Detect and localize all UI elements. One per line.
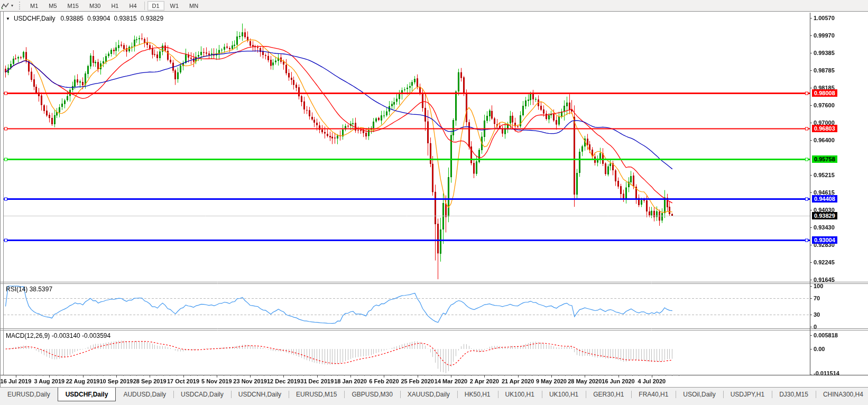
date-axis-label: 12 Dec 2019 [267, 378, 300, 384]
timeframe-button-mn[interactable]: MN [184, 1, 203, 11]
date-axis-label: 16 Jul 2019 [1, 378, 32, 384]
price-axis-tick: 0.99970 [814, 32, 835, 39]
rsi-name: RSI(14) [6, 286, 27, 293]
date-axis-label: 2 Apr 2020 [470, 378, 499, 384]
chart-tab-usdjpy-h1[interactable]: USDJPY,H1 [723, 388, 772, 401]
price-line-badge: 0.96803 [812, 125, 837, 132]
price-axis-tick: 0.98785 [814, 67, 835, 73]
timeframe-button-h4[interactable]: H4 [124, 1, 141, 11]
date-axis-label: 31 Dec 2019 [300, 378, 334, 384]
date-axis-label: 5 Nov 2019 [201, 378, 232, 384]
macd-name: MACD(12,26,9) [6, 332, 50, 339]
chart-tab-xauusd-daily[interactable]: XAUUSD,Daily [400, 388, 457, 401]
timeframe-button-d1[interactable]: D1 [147, 1, 164, 11]
price-axis-tick: 0.96400 [814, 137, 835, 143]
price-line-badge: 0.95758 [812, 155, 837, 163]
rsi-scale-tick: 30 [814, 311, 820, 318]
chart-tab-usdcad-daily[interactable]: USDCAD,Daily [173, 388, 231, 401]
chart-tab-ger30-h1[interactable]: GER30,H1 [586, 388, 631, 401]
chart-header: ▼USDCHF,Daily0.938850.939040.938150.9382… [6, 15, 167, 22]
macd-label: MACD(12,26,9) -0.003140 -0.003594 [6, 332, 110, 339]
chart-tab-gbpusd-m30[interactable]: GBPUSD,M30 [344, 388, 400, 401]
chart-tab-usdcnh-daily[interactable]: USDCNH,Daily [231, 388, 289, 401]
chart-tab-hk50-h1[interactable]: HK50,H1 [457, 388, 498, 401]
date-axis-label: 28 Sep 2019 [133, 378, 167, 384]
date-axis-label: 6 Feb 2020 [369, 378, 399, 384]
price-line-badge: 0.93004 [812, 236, 837, 244]
chart-tabs: EURUSD,DailyUSDCHF,DailyAUDUSD,DailyUSDC… [0, 388, 868, 405]
rsi-scale-tick: 100 [814, 283, 823, 289]
chart-tab-eurusd-m15[interactable]: EURUSD,M15 [289, 388, 344, 401]
date-axis-label: 3 Aug 2019 [34, 378, 64, 384]
date-axis-label: 22 Aug 2019 [66, 378, 100, 384]
chart-tab-china300-h4[interactable]: CHINA300,H4 [816, 388, 868, 401]
rsi-label: RSI(14) 38.5397 [6, 286, 52, 293]
timeframe-button-m5[interactable]: M5 [44, 1, 61, 11]
price-line-badge: 0.98008 [812, 89, 837, 97]
price-axis-tick: 0.93430 [814, 224, 835, 231]
rsi-scale-tick: 70 [814, 295, 820, 301]
date-axis-label: 16 Jun 2020 [602, 378, 634, 384]
macd-main-value: -0.003140 [52, 332, 80, 339]
date-axis-label: 18 Jan 2020 [334, 378, 367, 384]
date-axis-label: 21 Apr 2020 [502, 378, 534, 384]
timeframe-button-h1[interactable]: H1 [106, 1, 123, 11]
current-price-badge: 0.93829 [812, 212, 837, 219]
date-axis-label: 4 Jul 2020 [638, 378, 666, 384]
date-axis-label: 9 May 2020 [536, 378, 567, 384]
date-axis-label: 17 Oct 2019 [167, 378, 199, 384]
chart-symbol-title: USDCHF,Daily [14, 15, 56, 22]
chart-tab-uk100-h1[interactable]: UK100,H1 [498, 388, 542, 401]
rsi-scale-tick: 0 [814, 324, 817, 330]
chart-collapse-icon[interactable]: ▼ [6, 16, 10, 21]
chart-tab-fra40-h1[interactable]: FRA40,H1 [631, 388, 676, 401]
ohlc-low: 0.93815 [114, 15, 136, 22]
chart-tab-bar: EURUSD,DailyUSDCHF,DailyAUDUSD,DailyUSDC… [0, 387, 868, 405]
macd-signal-value: -0.003594 [82, 332, 110, 339]
toolbar-grip[interactable] [19, 2, 22, 10]
timeframe-button-m1[interactable]: M1 [25, 1, 43, 11]
ohlc-open: 0.93885 [61, 15, 84, 22]
price-axis-tick: 0.99385 [814, 50, 835, 56]
date-axis-label: 23 Nov 2019 [233, 378, 267, 384]
price-axis-tick: 0.97600 [814, 102, 835, 108]
ohlc-high: 0.93904 [87, 15, 110, 22]
price-axis-tick: 0.95215 [814, 172, 835, 178]
macd-scale-tick: 0.005818 [814, 332, 838, 338]
macd-scale-tick: -0.011514 [814, 370, 839, 376]
toolbar-separator [144, 2, 145, 10]
date-axis-label: 25 Feb 2020 [401, 378, 434, 384]
price-axis-tick: 1.00570 [814, 15, 835, 21]
chart-window: ▼USDCHF,Daily0.938850.939040.938150.9382… [0, 11, 868, 387]
date-axis-label: 14 Mar 2020 [435, 378, 467, 384]
price-axis-tick: 0.92245 [814, 259, 835, 265]
mt4-application: ▾ M1M5M15M30H1H4D1W1MN ▼USDCHF,Daily0.93… [0, 0, 868, 405]
macd-scale-tick: 0.00 [814, 346, 825, 352]
timeframe-button-m15[interactable]: M15 [63, 1, 84, 11]
price-line-badge: 0.94408 [812, 195, 837, 202]
timeframe-buttons: M1M5M15M30H1H4D1W1MN [25, 1, 204, 11]
zigzag-glyph [1, 2, 10, 10]
rsi-value: 38.5397 [30, 286, 52, 293]
price-chart-canvas[interactable] [1, 12, 868, 388]
chart-tab-uk100-h1[interactable]: UK100,H1 [542, 388, 586, 401]
timeframe-toolbar: ▾ M1M5M15M30H1H4D1W1MN [0, 0, 868, 11]
chart-tab-eurusd-daily[interactable]: EURUSD,Daily [0, 388, 58, 401]
date-axis-label: 28 May 2020 [568, 378, 602, 384]
date-axis-label: 10 Sep 2019 [99, 378, 133, 384]
line-studies-caret-icon[interactable]: ▾ [11, 3, 13, 8]
chart-tab-audusd-daily[interactable]: AUDUSD,Daily [116, 388, 173, 401]
chart-tab-usdchf-daily[interactable]: USDCHF,Daily [58, 388, 116, 401]
chart-tab-dj30-m15[interactable]: DJ30,M15 [772, 388, 816, 401]
chart-tab-usoil-daily[interactable]: USOil,Daily [676, 388, 723, 401]
timeframe-button-m30[interactable]: M30 [85, 1, 105, 11]
price-axis-tick: 0.91645 [814, 277, 835, 283]
line-studies-icon[interactable]: ▾ [0, 2, 15, 10]
ohlc-close: 0.93829 [141, 15, 163, 22]
timeframe-button-w1[interactable]: W1 [165, 1, 184, 11]
